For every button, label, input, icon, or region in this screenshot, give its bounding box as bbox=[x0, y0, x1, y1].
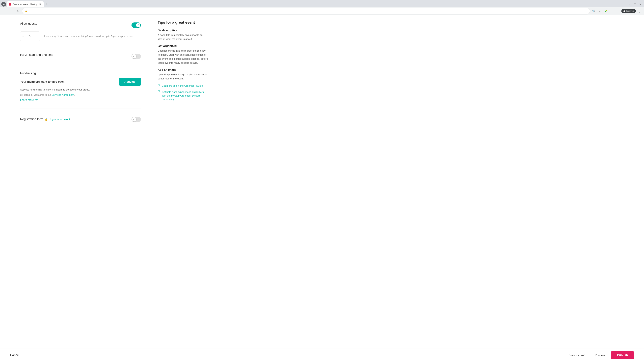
external-link-icon bbox=[35, 99, 38, 101]
registration-x-icon: ✕ bbox=[133, 118, 135, 121]
upgrade-label: Upgrade to unlock bbox=[49, 118, 70, 121]
svg-point-2 bbox=[624, 10, 624, 11]
fundraising-section: Fundraising Your members want to give ba… bbox=[20, 71, 141, 102]
address-bar[interactable]: 🔒 meetup.com/creative-circle-meetup-grou… bbox=[22, 8, 590, 14]
new-tab-button[interactable]: + bbox=[44, 2, 49, 6]
services-agreement-link[interactable]: Services Agreement bbox=[52, 93, 74, 96]
browser-chrome: Create an event | Meetup ✕ + ─ ❐ ✕ ← → ↻… bbox=[0, 0, 644, 15]
discord-link[interactable]: ↗ Get help from experienced organizers. … bbox=[158, 90, 208, 102]
guest-count-row: − 5 + How many friends can members bring… bbox=[20, 31, 141, 41]
allow-guests-label: Allow guests bbox=[20, 22, 37, 25]
fundraising-box: Your members want to give back Activate … bbox=[20, 78, 141, 102]
discord-link-icon: ↗ bbox=[158, 90, 160, 93]
search-icon-button[interactable]: 🔍 bbox=[591, 8, 596, 14]
minimize-button[interactable]: ─ bbox=[627, 2, 632, 6]
rsvp-row: RSVP start and end time ✕ bbox=[20, 53, 141, 59]
bookmark-button[interactable]: ☆ bbox=[597, 8, 602, 14]
preview-button[interactable]: Preview bbox=[592, 352, 608, 359]
svg-rect-0 bbox=[3, 4, 4, 4]
tip-heading-2: Add an image bbox=[158, 68, 208, 71]
browser-menu-button[interactable]: ⋮ bbox=[636, 8, 642, 14]
rsvp-label: RSVP start and end time bbox=[20, 53, 53, 57]
registration-row: Registration form 🔒 Upgrade to unlock ✕ bbox=[20, 114, 141, 122]
forward-button[interactable]: → bbox=[9, 8, 14, 14]
divider-2 bbox=[20, 66, 141, 66]
discord-label: Get help from experienced organizers. Jo… bbox=[162, 90, 208, 102]
rsvp-toggle[interactable]: ✕ bbox=[132, 54, 141, 59]
save-draft-button[interactable]: Save as draft bbox=[565, 352, 589, 359]
tip-heading-0: Be descriptive bbox=[158, 29, 208, 32]
publish-button[interactable]: Publish bbox=[611, 351, 634, 359]
tip-text-1: Describe things in a clear order so it's… bbox=[158, 49, 208, 65]
learn-more-link[interactable]: Learn more bbox=[20, 98, 38, 102]
toggle-knob bbox=[136, 23, 140, 27]
tab-close-button[interactable]: ✕ bbox=[38, 3, 42, 6]
incognito-label: Incognito bbox=[626, 10, 634, 12]
extensions-button[interactable]: 🧩 bbox=[603, 8, 608, 14]
activate-button[interactable]: Activate bbox=[119, 78, 141, 86]
organizer-guide-link[interactable]: ↗ Get more tips in the Organizer Guide bbox=[158, 84, 208, 88]
allow-guests-row: Allow guests bbox=[20, 22, 141, 28]
stepper-minus-button[interactable]: − bbox=[20, 31, 26, 41]
tip-item-0: Be descriptive A good title immediately … bbox=[158, 29, 208, 41]
address-bar-row: ← → ↻ 🔒 meetup.com/creative-circle-meetu… bbox=[0, 7, 644, 15]
active-tab[interactable]: Create an event | Meetup ✕ bbox=[7, 1, 44, 7]
page-wrapper: Allow guests − 5 + How many friends can … bbox=[0, 15, 644, 362]
profile-button[interactable]: | bbox=[609, 8, 615, 14]
allow-guests-section: Allow guests − 5 + How many friends can … bbox=[20, 22, 141, 41]
rsvp-x-icon: ✕ bbox=[133, 55, 135, 58]
back-button[interactable]: ← bbox=[2, 8, 8, 14]
tip-text-0: A good title immediately gives people an… bbox=[158, 33, 208, 41]
registration-toggle[interactable]: ✕ bbox=[132, 117, 141, 122]
rsvp-section: RSVP start and end time ✕ bbox=[20, 53, 141, 59]
main-content: Allow guests − 5 + How many friends can … bbox=[0, 15, 151, 362]
close-button[interactable]: ✕ bbox=[638, 2, 643, 6]
tip-item-2: Add an image Upload a photo or image to … bbox=[158, 68, 208, 81]
fundraising-card-title: Your members want to give back bbox=[20, 80, 64, 83]
registration-label: Registration form bbox=[20, 117, 43, 121]
stepper-plus-button[interactable]: + bbox=[34, 31, 40, 41]
divider-3 bbox=[20, 108, 141, 108]
tab-group-button[interactable] bbox=[1, 2, 6, 6]
tip-item-1: Get organized Describe things in a clear… bbox=[158, 44, 208, 65]
upgrade-link[interactable]: 🔒 Upgrade to unlock bbox=[45, 118, 70, 121]
guest-count-value: 5 bbox=[26, 34, 34, 38]
allow-guests-toggle[interactable] bbox=[132, 22, 141, 28]
guest-stepper: − 5 + bbox=[20, 31, 40, 41]
fundraising-desc: Activate fundraising to allow members to… bbox=[20, 88, 141, 92]
url-input[interactable]: meetup.com/creative-circle-meetup-group/… bbox=[29, 10, 587, 12]
toolbar-icons: 🔍 ☆ 🧩 | ▫ Incognito ⋮ bbox=[591, 8, 642, 14]
services-suffix: . bbox=[74, 93, 75, 96]
tip-heading-1: Get organized bbox=[158, 44, 208, 48]
restore-button[interactable]: ❐ bbox=[632, 2, 637, 6]
lock-icon: 🔒 bbox=[25, 10, 28, 12]
sidebar: Tips for a great event Be descriptive A … bbox=[151, 15, 215, 362]
fundraising-header: Your members want to give back Activate bbox=[20, 78, 141, 86]
tab-title: Create an event | Meetup bbox=[13, 3, 37, 5]
organizer-guide-icon: ↗ bbox=[158, 84, 160, 87]
tab-favicon bbox=[9, 3, 12, 5]
learn-more-label: Learn more bbox=[20, 98, 34, 102]
lock-icon: 🔒 bbox=[45, 118, 48, 121]
tab-bar: Create an event | Meetup ✕ + ─ ❐ ✕ bbox=[0, 0, 644, 7]
organizer-guide-label: Get more tips in the Organizer Guide bbox=[162, 84, 203, 88]
footer-bar: Cancel Save as draft Preview Publish bbox=[0, 348, 644, 362]
split-screen-button[interactable]: ▫ bbox=[615, 8, 621, 14]
tip-text-2: Upload a photo or image to give members … bbox=[158, 72, 208, 81]
cancel-button[interactable]: Cancel bbox=[10, 352, 20, 359]
window-controls: ─ ❐ ✕ bbox=[627, 2, 643, 6]
incognito-badge: Incognito bbox=[621, 9, 636, 13]
registration-left: Registration form 🔒 Upgrade to unlock bbox=[20, 117, 70, 121]
fundraising-label: Fundraising bbox=[20, 71, 141, 75]
reload-button[interactable]: ↻ bbox=[16, 8, 21, 14]
tips-title: Tips for a great event bbox=[158, 20, 208, 25]
svg-rect-1 bbox=[3, 4, 4, 5]
optin-note: By opting-in, you agree to our Services … bbox=[20, 93, 141, 96]
guest-hint: How many friends can members bring? You … bbox=[44, 34, 141, 38]
optin-text: By opting-in, you agree to our bbox=[20, 93, 52, 96]
